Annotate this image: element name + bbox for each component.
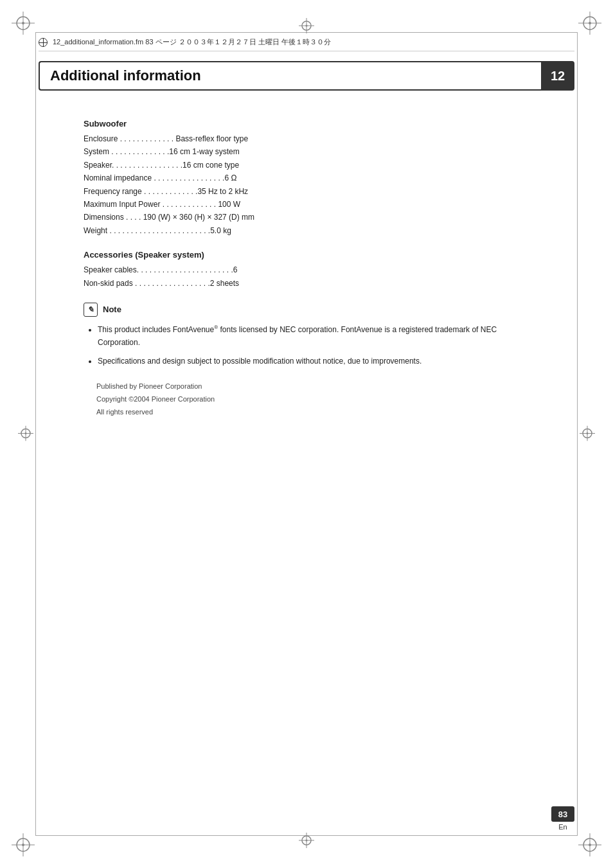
spec-row-weight: Weight . . . . . . . . . . . . . . . . .… (84, 224, 529, 237)
svg-point-3 (22, 22, 24, 24)
file-info-bar: 12_additional_information.fm 83 ページ ２００３… (39, 37, 574, 51)
spec-row-frequency: Frequency range . . . . . . . . . . . . … (84, 185, 529, 198)
left-mid-mark (18, 425, 33, 443)
svg-point-15 (589, 844, 591, 846)
spec-row-pads: Non-skid pads . . . . . . . . . . . . . … (84, 277, 529, 290)
accessories-title: Accessories (Speaker system) (84, 250, 529, 260)
accessories-specs: Speaker cables. . . . . . . . . . . . . … (84, 263, 529, 290)
chapter-number: 12 (551, 69, 565, 84)
chapter-number-box: 12 (541, 61, 574, 91)
spec-label: Weight . . . . . . . . . . . . . . . . .… (84, 224, 231, 237)
spec-row-dimensions: Dimensions . . . . 190 (W) × 360 (H) × 3… (84, 211, 529, 224)
spec-label: System . . . . . . . . . . . . . .16 cm … (84, 145, 240, 158)
page-language: En (558, 823, 567, 831)
subwoofer-section: Subwoofer Enclosure . . . . . . . . . . … (84, 119, 529, 237)
spec-row-impedance: Nominal impedance . . . . . . . . . . . … (84, 172, 529, 184)
publisher-line2: Copyright ©2004 Pioneer Corporation (96, 393, 529, 406)
spec-label: Speaker. . . . . . . . . . . . . . . . .… (84, 159, 239, 172)
corner-mark-tr (578, 12, 601, 35)
note-list: This product includes FontAvenue® fonts … (84, 323, 529, 368)
svg-point-31 (306, 840, 308, 842)
bottom-center-mark (299, 833, 314, 850)
accessories-section: Accessories (Speaker system) Speaker cab… (84, 250, 529, 290)
spec-label: Non-skid pads . . . . . . . . . . . . . … (84, 277, 239, 290)
publisher-info: Published by Pioneer Corporation Copyrig… (84, 380, 529, 418)
page-container: 12_additional_information.fm 83 ページ ２００３… (0, 0, 613, 868)
spec-label: Speaker cables. . . . . . . . . . . . . … (84, 263, 237, 276)
corner-mark-br (578, 833, 601, 856)
spec-label: Dimensions . . . . 190 (W) × 360 (H) × 3… (84, 211, 254, 224)
subwoofer-title: Subwoofer (84, 119, 529, 128)
svg-point-19 (25, 432, 27, 434)
spec-label: Enclosure . . . . . . . . . . . . . Bass… (84, 132, 248, 145)
svg-point-23 (587, 432, 589, 434)
corner-mark-tl (12, 12, 35, 35)
main-content: Subwoofer Enclosure . . . . . . . . . . … (84, 119, 529, 418)
chapter-title: Additional information (50, 67, 201, 84)
subwoofer-specs: Enclosure . . . . . . . . . . . . . Bass… (84, 132, 529, 237)
spec-row-enclosure: Enclosure . . . . . . . . . . . . . Bass… (84, 132, 529, 145)
spec-label: Nominal impedance . . . . . . . . . . . … (84, 172, 236, 184)
publisher-line1: Published by Pioneer Corporation (96, 380, 529, 393)
spec-label: Frequency range . . . . . . . . . . . . … (84, 185, 248, 198)
note-section: ✎ Note This product includes FontAvenue®… (84, 303, 529, 368)
spec-label: Maximum Input Power . . . . . . . . . . … (84, 198, 240, 211)
note-header: ✎ Note (84, 303, 529, 317)
note-icon: ✎ (84, 303, 98, 317)
page-number: 83 (551, 806, 574, 822)
corner-mark-bl (12, 833, 35, 856)
spec-row-speaker: Speaker. . . . . . . . . . . . . . . . .… (84, 159, 529, 172)
svg-point-27 (306, 25, 308, 27)
page-number-area: 83 En (551, 806, 574, 831)
file-info-text: 12_additional_information.fm 83 ページ ２００３… (53, 37, 331, 47)
note-title: Note (103, 305, 121, 314)
svg-point-7 (589, 22, 591, 24)
chapter-title-box: Additional information (39, 61, 541, 91)
spec-row-system: System . . . . . . . . . . . . . .16 cm … (84, 145, 529, 158)
right-mid-mark (580, 425, 595, 443)
note-item-1: This product includes FontAvenue® fonts … (98, 323, 529, 350)
page-border-left (35, 32, 36, 836)
crosshair-icon (39, 38, 48, 47)
publisher-line3: All rights reserved (96, 406, 529, 419)
spec-row-max-power: Maximum Input Power . . . . . . . . . . … (84, 198, 529, 211)
page-border-right (577, 32, 578, 836)
top-center-mark (299, 18, 314, 35)
note-item-2: Specifications and design subject to pos… (98, 355, 529, 368)
chapter-header: Additional information 12 (39, 61, 574, 91)
spec-row-cables: Speaker cables. . . . . . . . . . . . . … (84, 263, 529, 276)
svg-point-11 (22, 844, 24, 846)
